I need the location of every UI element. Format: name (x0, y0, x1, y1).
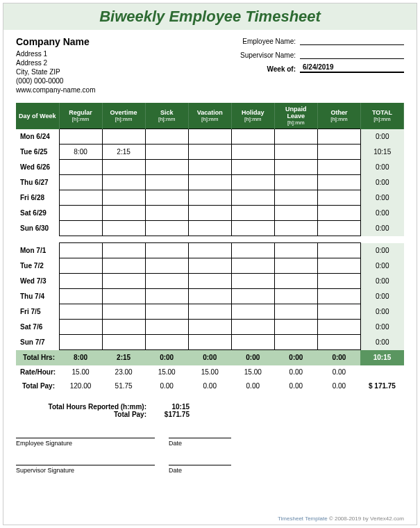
hours-cell[interactable] (188, 175, 231, 190)
employee-input[interactable] (300, 35, 404, 45)
hours-cell[interactable] (102, 274, 145, 289)
hours-cell[interactable] (102, 289, 145, 304)
hours-cell[interactable] (102, 304, 145, 320)
hours-cell[interactable] (102, 129, 145, 145)
hours-cell[interactable] (231, 190, 274, 206)
hours-cell[interactable] (317, 258, 360, 274)
hours-cell[interactable]: 2:15 (102, 145, 145, 160)
hours-cell[interactable] (274, 243, 317, 258)
supervisor-input[interactable] (300, 49, 404, 59)
hours-cell[interactable] (274, 335, 317, 350)
hours-cell[interactable] (231, 289, 274, 304)
hours-cell[interactable] (317, 274, 360, 289)
hours-cell[interactable] (59, 243, 102, 258)
hours-cell[interactable] (188, 129, 231, 145)
hours-cell[interactable] (188, 243, 231, 258)
hours-cell[interactable] (145, 243, 188, 258)
hours-cell[interactable] (274, 258, 317, 274)
hours-cell[interactable] (59, 175, 102, 190)
hours-cell[interactable] (59, 289, 102, 304)
hours-cell[interactable] (317, 175, 360, 190)
hours-cell[interactable] (59, 304, 102, 320)
hours-cell[interactable] (145, 335, 188, 350)
hours-cell[interactable] (188, 145, 231, 160)
hours-cell[interactable] (188, 190, 231, 206)
hours-cell[interactable] (59, 258, 102, 274)
hours-cell[interactable] (102, 258, 145, 274)
hours-cell[interactable] (231, 335, 274, 350)
hours-cell[interactable] (188, 258, 231, 274)
hours-cell[interactable] (317, 289, 360, 304)
hours-cell[interactable] (317, 243, 360, 258)
hours-cell[interactable] (317, 320, 360, 335)
hours-cell[interactable] (59, 320, 102, 335)
hours-cell[interactable] (102, 175, 145, 190)
hours-cell[interactable] (145, 129, 188, 145)
hours-cell[interactable] (145, 206, 188, 221)
hours-cell[interactable] (274, 221, 317, 236)
hours-cell[interactable] (231, 221, 274, 236)
hours-cell[interactable] (231, 320, 274, 335)
hours-cell[interactable] (274, 206, 317, 221)
hours-cell[interactable] (231, 206, 274, 221)
hours-cell[interactable] (231, 274, 274, 289)
hours-cell[interactable] (145, 274, 188, 289)
hours-cell[interactable] (317, 221, 360, 236)
hours-cell[interactable] (231, 145, 274, 160)
hours-cell[interactable] (59, 190, 102, 206)
hours-cell[interactable] (231, 175, 274, 190)
hours-cell[interactable] (274, 129, 317, 145)
supervisor-date-line[interactable]: Date (169, 465, 231, 474)
hours-cell[interactable] (59, 274, 102, 289)
hours-cell[interactable] (317, 206, 360, 221)
hours-cell[interactable] (59, 335, 102, 350)
hours-cell[interactable] (102, 160, 145, 175)
week-of-input[interactable]: 6/24/2019 (300, 63, 404, 73)
hours-cell[interactable] (145, 258, 188, 274)
hours-cell[interactable]: 8:00 (59, 145, 102, 160)
hours-cell[interactable] (145, 145, 188, 160)
hours-cell[interactable] (145, 304, 188, 320)
hours-cell[interactable] (59, 221, 102, 236)
hours-cell[interactable] (188, 335, 231, 350)
hours-cell[interactable] (145, 320, 188, 335)
hours-cell[interactable] (145, 289, 188, 304)
employee-date-line[interactable]: Date (169, 438, 231, 447)
hours-cell[interactable] (317, 304, 360, 320)
hours-cell[interactable] (188, 206, 231, 221)
hours-cell[interactable] (145, 221, 188, 236)
hours-cell[interactable] (274, 289, 317, 304)
hours-cell[interactable] (317, 145, 360, 160)
hours-cell[interactable] (231, 258, 274, 274)
employee-sig-line[interactable]: Employee Signature (16, 438, 155, 447)
hours-cell[interactable] (274, 304, 317, 320)
hours-cell[interactable] (274, 320, 317, 335)
hours-cell[interactable] (188, 304, 231, 320)
footer-link[interactable]: Timesheet Template (278, 515, 328, 522)
hours-cell[interactable] (102, 221, 145, 236)
hours-cell[interactable] (188, 160, 231, 175)
hours-cell[interactable] (188, 289, 231, 304)
hours-cell[interactable] (102, 206, 145, 221)
hours-cell[interactable] (317, 190, 360, 206)
supervisor-sig-line[interactable]: Supervisor Signature (16, 465, 155, 474)
hours-cell[interactable] (102, 190, 145, 206)
hours-cell[interactable] (102, 335, 145, 350)
hours-cell[interactable] (274, 175, 317, 190)
hours-cell[interactable] (188, 320, 231, 335)
hours-cell[interactable] (231, 160, 274, 175)
hours-cell[interactable] (102, 320, 145, 335)
hours-cell[interactable] (188, 274, 231, 289)
hours-cell[interactable] (274, 274, 317, 289)
hours-cell[interactable] (317, 160, 360, 175)
hours-cell[interactable] (145, 160, 188, 175)
hours-cell[interactable] (274, 160, 317, 175)
hours-cell[interactable] (317, 335, 360, 350)
hours-cell[interactable] (274, 190, 317, 206)
hours-cell[interactable] (231, 243, 274, 258)
hours-cell[interactable] (102, 243, 145, 258)
hours-cell[interactable] (274, 145, 317, 160)
hours-cell[interactable] (59, 160, 102, 175)
hours-cell[interactable] (188, 221, 231, 236)
hours-cell[interactable] (59, 206, 102, 221)
